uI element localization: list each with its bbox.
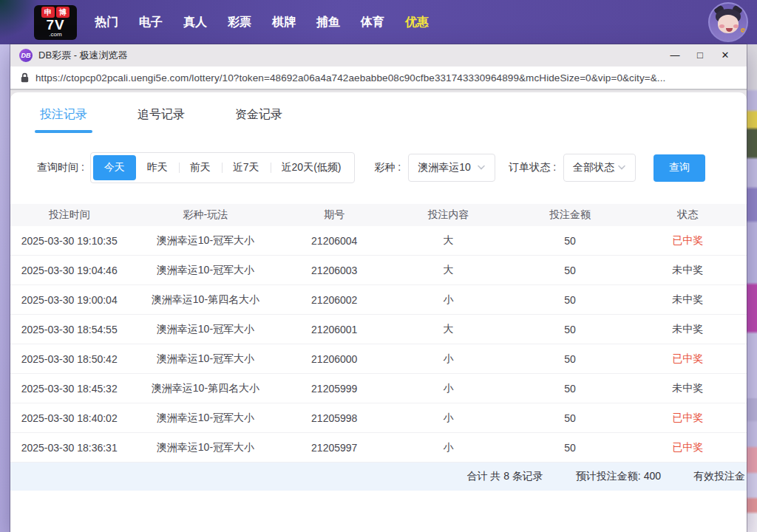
table-row: 2025-03-30 18:45:32 澳洲幸运10-第四名大小 2120599…	[10, 374, 747, 403]
cell-issue-number: 21206004	[283, 235, 386, 247]
search-button[interactable]: 查询	[654, 154, 705, 182]
cell-status: 未中奖	[629, 323, 747, 336]
lottery-filter-label: 彩种 :	[374, 161, 401, 174]
cell-game-play: 澳洲幸运10-冠军大小	[128, 441, 282, 454]
summary-expected-amount: 预计投注金额: 400	[576, 470, 661, 483]
summary-valid-amount: 有效投注金	[693, 470, 745, 483]
site-logo[interactable]: 申 博 7V .com	[34, 5, 77, 40]
desktop-background-strip	[747, 44, 757, 532]
cell-issue-number: 21206003	[283, 265, 386, 276]
user-avatar[interactable]	[708, 2, 748, 42]
browser-urlbar[interactable]: https://ctopcp02pcali.uengi5e.com/lotter…	[10, 66, 747, 90]
nav-item[interactable]: 热门	[95, 15, 118, 30]
nav-item[interactable]: 体育	[361, 15, 384, 30]
cell-status: 未中奖	[629, 293, 747, 307]
window-controls: — □ ✕	[662, 44, 738, 66]
cell-issue-number: 21205999	[283, 383, 386, 395]
cell-issue-number: 21205997	[283, 442, 386, 454]
nav-item[interactable]: 优惠	[405, 15, 429, 30]
table-row: 2025-03-30 19:10:35 澳洲幸运10-冠军大小 21206004…	[10, 226, 747, 256]
bet-records-table: 投注时间 彩种-玩法 期号 投注内容 投注金额 状态 2025-03-30 19…	[10, 204, 747, 491]
header-issue-number: 期号	[283, 208, 386, 222]
minimize-button[interactable]: —	[662, 44, 688, 66]
lottery-select[interactable]: 澳洲幸运10	[408, 154, 495, 182]
filter-bar: 查询时间 : 今天 昨天 前天 近7天 近20天(低频)	[37, 152, 747, 183]
cell-bet-content: 小	[386, 382, 511, 395]
cell-bet-content: 小	[386, 441, 511, 454]
cell-bet-amount: 50	[511, 294, 628, 306]
cell-game-play: 澳洲幸运10-第四名大小	[128, 382, 282, 395]
header-bet-amount: 投注金额	[511, 208, 628, 222]
time-range-option[interactable]: 前天	[179, 155, 222, 180]
cell-bet-time: 2025-03-30 18:54:55	[10, 324, 128, 335]
header-bet-time: 投注时间	[10, 208, 128, 222]
time-filter-label: 查询时间 :	[37, 161, 84, 174]
header-game-play: 彩种-玩法	[128, 208, 282, 222]
table-row: 2025-03-30 18:54:55 澳洲幸运10-冠军大小 21206001…	[10, 315, 747, 344]
tab-item[interactable]: 追号记录	[138, 107, 185, 123]
table-row: 2025-03-30 18:36:31 澳洲幸运10-冠军大小 21205997…	[10, 433, 747, 463]
maximize-button[interactable]: □	[688, 44, 713, 66]
browser-favicon-icon: DB	[19, 49, 33, 62]
logo-main-text: 7V	[35, 18, 75, 32]
logo-badge-right: 博	[56, 7, 69, 18]
cell-bet-content: 小	[386, 412, 511, 425]
time-range-option[interactable]: 昨天	[136, 155, 179, 180]
cell-status: 已中奖	[629, 234, 747, 248]
order-status-select-value: 全部状态	[573, 161, 614, 174]
logo-suffix: .com	[35, 32, 75, 38]
cell-status: 已中奖	[629, 441, 747, 454]
header-bet-content: 投注内容	[386, 208, 511, 222]
nav-item[interactable]: 电子	[139, 15, 163, 30]
time-range-option[interactable]: 近7天	[222, 155, 271, 180]
site-nav-menu: 热门 电子 真人 彩票 棋牌 捕鱼 体育 优惠	[95, 15, 429, 30]
nav-item[interactable]: 捕鱼	[316, 15, 340, 30]
nav-item[interactable]: 彩票	[228, 15, 251, 30]
cell-game-play: 澳洲幸运10-第四名大小	[128, 293, 282, 307]
cell-bet-amount: 50	[511, 324, 628, 335]
screen: 申 博 7V .com 热门 电子 真人 彩票 棋牌 捕鱼 体育 优惠	[0, 0, 757, 532]
cell-issue-number: 21205998	[283, 412, 386, 424]
cell-bet-amount: 50	[511, 383, 628, 395]
browser-titlebar[interactable]: DB DB彩票 - 极速浏览器 — □ ✕	[10, 44, 747, 66]
cell-game-play: 澳洲幸运10-冠军大小	[128, 412, 282, 425]
record-tabs: 投注记录 追号记录 资金记录	[10, 92, 747, 134]
nav-item[interactable]: 真人	[183, 15, 207, 30]
cell-game-play: 澳洲幸运10-冠军大小	[128, 264, 282, 277]
cell-bet-content: 小	[386, 293, 511, 307]
cell-bet-time: 2025-03-30 19:00:04	[10, 294, 128, 306]
order-status-filter-label: 订单状态 :	[509, 161, 556, 174]
summary-total-records: 合计 共 8 条记录	[466, 470, 543, 483]
summary-bar: 合计 共 8 条记录 预计投注金额: 400 有效投注金	[10, 463, 747, 491]
cell-bet-time: 2025-03-30 19:04:46	[10, 265, 128, 276]
cell-bet-content: 大	[386, 264, 511, 277]
close-button[interactable]: ✕	[713, 44, 738, 66]
time-range-option[interactable]: 今天	[93, 155, 136, 180]
cell-bet-amount: 50	[511, 235, 628, 247]
tab-item[interactable]: 投注记录	[40, 107, 87, 123]
chevron-down-icon	[617, 165, 626, 171]
cell-status: 已中奖	[629, 352, 747, 366]
cell-status: 未中奖	[629, 264, 747, 277]
cell-bet-content: 大	[386, 323, 511, 336]
cell-game-play: 澳洲幸运10-冠军大小	[128, 323, 282, 336]
page-content: 投注记录 追号记录 资金记录 查询时间 : 今天 昨天	[10, 90, 747, 532]
cell-game-play: 澳洲幸运10-冠军大小	[128, 352, 282, 366]
cell-issue-number: 21206000	[283, 353, 386, 365]
url-text[interactable]: https://ctopcp02pcali.uengi5e.com/lotter…	[35, 72, 665, 83]
table-row: 2025-03-30 19:04:46 澳洲幸运10-冠军大小 21206003…	[10, 256, 747, 285]
cell-bet-time: 2025-03-30 18:45:32	[10, 383, 128, 395]
cell-bet-time: 2025-03-30 18:40:02	[10, 412, 128, 424]
header-status: 状态	[629, 208, 747, 222]
cell-bet-content: 大	[386, 234, 511, 248]
order-status-select[interactable]: 全部状态	[563, 154, 636, 182]
nav-item[interactable]: 棋牌	[272, 15, 296, 30]
tab-item[interactable]: 资金记录	[235, 107, 282, 123]
table-row: 2025-03-30 18:40:02 澳洲幸运10-冠军大小 21205998…	[10, 403, 747, 433]
time-range-option[interactable]: 近20天(低频)	[271, 155, 353, 180]
logo-badge-left: 申	[41, 7, 55, 18]
site-header: 申 博 7V .com 热门 电子 真人 彩票 棋牌 捕鱼 体育 优惠	[0, 0, 757, 44]
cell-issue-number: 21206002	[283, 294, 386, 306]
avatar-earring	[741, 28, 745, 33]
records-card: 投注记录 追号记录 资金记录 查询时间 : 今天 昨天	[10, 92, 747, 532]
